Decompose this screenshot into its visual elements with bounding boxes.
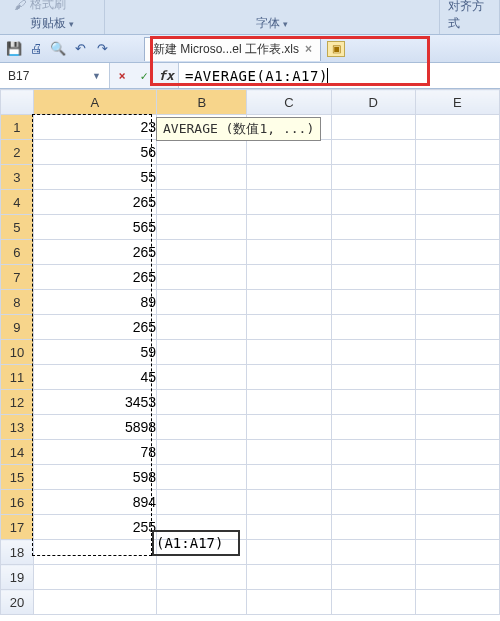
cell[interactable]: 23: [33, 115, 156, 140]
spreadsheet-grid[interactable]: A B C D E 123256355426555656265726588992…: [0, 89, 500, 621]
cell[interactable]: [331, 565, 415, 590]
cell[interactable]: [247, 190, 331, 215]
cell[interactable]: [331, 390, 415, 415]
select-all-corner[interactable]: [1, 90, 34, 115]
cell[interactable]: [247, 315, 331, 340]
row-header[interactable]: 16: [1, 490, 34, 515]
cell[interactable]: 55: [33, 165, 156, 190]
row-header[interactable]: 10: [1, 340, 34, 365]
cell[interactable]: 894: [33, 490, 156, 515]
cell[interactable]: [247, 415, 331, 440]
cell[interactable]: [415, 490, 499, 515]
row-header[interactable]: 19: [1, 565, 34, 590]
cell[interactable]: [331, 265, 415, 290]
cell[interactable]: [247, 140, 331, 165]
cell[interactable]: 265: [33, 265, 156, 290]
cancel-button[interactable]: ×: [114, 69, 130, 83]
cell[interactable]: [247, 465, 331, 490]
close-icon[interactable]: ×: [305, 42, 312, 56]
cell[interactable]: [157, 365, 247, 390]
cell[interactable]: [33, 590, 156, 615]
row-header[interactable]: 9: [1, 315, 34, 340]
cell[interactable]: [331, 465, 415, 490]
cell[interactable]: [157, 415, 247, 440]
cell[interactable]: 598: [33, 465, 156, 490]
cell[interactable]: [157, 490, 247, 515]
cell[interactable]: [33, 565, 156, 590]
cell[interactable]: [247, 290, 331, 315]
cell[interactable]: [247, 215, 331, 240]
row-header[interactable]: 2: [1, 140, 34, 165]
cell[interactable]: [157, 390, 247, 415]
cell[interactable]: [247, 340, 331, 365]
cell[interactable]: [157, 265, 247, 290]
cell[interactable]: [247, 390, 331, 415]
cell[interactable]: [415, 240, 499, 265]
cell[interactable]: [157, 315, 247, 340]
column-header[interactable]: D: [331, 90, 415, 115]
confirm-button[interactable]: ✓: [136, 69, 152, 83]
row-header[interactable]: 20: [1, 590, 34, 615]
cell[interactable]: [157, 140, 247, 165]
cell[interactable]: [247, 240, 331, 265]
cell[interactable]: [247, 590, 331, 615]
cell[interactable]: [247, 490, 331, 515]
cell[interactable]: [331, 115, 415, 140]
fx-icon[interactable]: fx: [158, 68, 174, 83]
cell[interactable]: [331, 590, 415, 615]
cell[interactable]: [415, 190, 499, 215]
row-header[interactable]: 11: [1, 365, 34, 390]
row-header[interactable]: 7: [1, 265, 34, 290]
row-header[interactable]: 18: [1, 540, 34, 565]
cell[interactable]: 565: [33, 215, 156, 240]
cell[interactable]: [247, 165, 331, 190]
row-header[interactable]: 12: [1, 390, 34, 415]
redo-icon[interactable]: ↷: [92, 39, 112, 59]
cell[interactable]: 45: [33, 365, 156, 390]
cell-inline-edit[interactable]: (A1:A17): [156, 535, 223, 551]
cell[interactable]: [331, 215, 415, 240]
cell[interactable]: 3453: [33, 390, 156, 415]
column-header[interactable]: A: [33, 90, 156, 115]
cell[interactable]: [33, 540, 156, 565]
cell[interactable]: [157, 215, 247, 240]
cell[interactable]: [415, 540, 499, 565]
cell[interactable]: [331, 190, 415, 215]
print-icon[interactable]: 🖨: [26, 39, 46, 59]
row-header[interactable]: 6: [1, 240, 34, 265]
cell[interactable]: [157, 290, 247, 315]
name-box[interactable]: B17 ▼: [0, 63, 110, 88]
cell[interactable]: 5898: [33, 415, 156, 440]
cell[interactable]: 265: [33, 315, 156, 340]
cell[interactable]: [247, 265, 331, 290]
format-painter-button[interactable]: 🖌 格式刷: [8, 0, 66, 13]
cell[interactable]: [157, 465, 247, 490]
save-icon[interactable]: 💾: [4, 39, 24, 59]
document-tab[interactable]: 新建 Microso...el 工作表.xls ×: [144, 37, 321, 61]
row-header[interactable]: 14: [1, 440, 34, 465]
cell[interactable]: [331, 515, 415, 540]
chevron-down-icon[interactable]: ▼: [92, 71, 101, 81]
row-header[interactable]: 5: [1, 215, 34, 240]
cell[interactable]: [247, 565, 331, 590]
cell[interactable]: 255: [33, 515, 156, 540]
cell[interactable]: [415, 290, 499, 315]
cell[interactable]: [415, 165, 499, 190]
cell[interactable]: [331, 440, 415, 465]
cell[interactable]: [157, 440, 247, 465]
cell[interactable]: [247, 540, 331, 565]
cell[interactable]: [331, 415, 415, 440]
cell[interactable]: [415, 515, 499, 540]
row-header[interactable]: 15: [1, 465, 34, 490]
cell[interactable]: [415, 590, 499, 615]
cell[interactable]: [415, 565, 499, 590]
cell[interactable]: [331, 140, 415, 165]
cell[interactable]: [415, 340, 499, 365]
cell[interactable]: [331, 365, 415, 390]
cell[interactable]: [247, 365, 331, 390]
chevron-down-icon[interactable]: ▾: [69, 19, 74, 29]
cell[interactable]: [331, 340, 415, 365]
cell[interactable]: [415, 115, 499, 140]
cell[interactable]: [415, 440, 499, 465]
cell[interactable]: [157, 340, 247, 365]
